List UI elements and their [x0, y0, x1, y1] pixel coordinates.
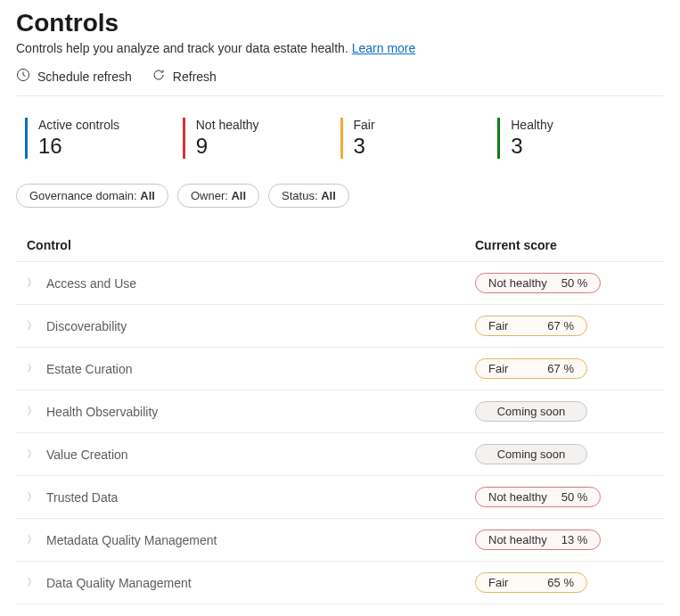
control-name: Health Observability — [46, 405, 158, 419]
row-score-cell: Not healthy13 % — [475, 530, 653, 550]
score-status: Coming soon — [497, 448, 566, 461]
row-score-cell: Not healthy50 % — [475, 487, 653, 507]
chevron-right-icon: 〉 — [27, 575, 37, 590]
score-pill: Fair65 % — [475, 572, 587, 593]
table-row[interactable]: 〉Access and UseNot healthy50 % — [16, 262, 664, 305]
row-score-cell: Coming soon — [475, 444, 653, 464]
score-pill: Coming soon — [475, 444, 587, 464]
score-pill: Fair67 % — [475, 358, 587, 379]
filter-label: Status: — [282, 189, 321, 202]
row-score-cell: Fair65 % — [475, 572, 653, 593]
control-name: Trusted Data — [46, 490, 118, 505]
filter-value: All — [140, 189, 155, 202]
score-percent: 67 % — [547, 362, 574, 375]
row-score-cell: Coming soon — [475, 401, 653, 422]
row-name-cell: 〉Discoverability — [27, 318, 475, 333]
stat-card: Active controls16 — [25, 118, 183, 159]
stat-label: Not healthy — [196, 118, 340, 132]
row-name-cell: 〉Access and Use — [27, 275, 475, 291]
score-pill: Coming soon — [475, 401, 587, 422]
row-name-cell: 〉Estate Curation — [27, 361, 475, 376]
row-score-cell: Fair67 % — [475, 316, 653, 336]
control-name: Value Creation — [46, 448, 128, 462]
score-status: Not healthy — [488, 276, 547, 290]
table-row[interactable]: 〉Trusted DataNot healthy50 % — [16, 476, 664, 519]
score-pill: Not healthy13 % — [475, 530, 601, 550]
filter-value: All — [321, 189, 336, 202]
table-row[interactable]: 〉Health ObservabilityComing soon — [16, 390, 664, 433]
score-pill: Not healthy50 % — [475, 487, 601, 507]
chevron-right-icon: 〉 — [27, 361, 37, 376]
score-status: Not healthy — [488, 490, 547, 504]
control-name: Data Quality Management — [46, 576, 192, 590]
score-percent: 50 % — [561, 490, 588, 504]
score-percent: 50 % — [561, 276, 588, 290]
col-score-header: Current score — [475, 238, 653, 252]
learn-more-link[interactable]: Learn more — [352, 41, 416, 55]
row-score-cell: Fair67 % — [475, 358, 653, 379]
score-status: Fair — [488, 576, 508, 589]
row-score-cell: Not healthy50 % — [475, 273, 653, 293]
control-name: Metadata Quality Management — [46, 533, 217, 547]
stat-value: 3 — [511, 134, 655, 159]
row-name-cell: 〉Value Creation — [27, 447, 475, 462]
stat-label: Healthy — [511, 118, 655, 132]
row-name-cell: 〉Data Quality Management — [27, 575, 475, 590]
refresh-icon — [152, 68, 166, 85]
stat-card: Not healthy9 — [183, 118, 340, 159]
table-row[interactable]: 〉Value CreationComing soon — [16, 433, 664, 476]
table-row[interactable]: 〉Data Quality ManagementFair65 % — [16, 562, 664, 604]
control-name: Access and Use — [46, 276, 136, 291]
stat-card: Healthy3 — [497, 118, 655, 159]
chevron-right-icon: 〉 — [27, 318, 37, 333]
stat-value: 9 — [196, 134, 340, 159]
clock-icon — [16, 68, 30, 85]
score-pill: Not healthy50 % — [475, 273, 601, 293]
chevron-right-icon: 〉 — [27, 275, 37, 291]
row-name-cell: 〉Metadata Quality Management — [27, 532, 475, 547]
score-status: Fair — [488, 362, 508, 375]
stat-value: 3 — [354, 134, 498, 159]
stat-label: Active controls — [38, 118, 183, 132]
filter-label: Governance domain: — [29, 189, 140, 202]
stats-row: Active controls16Not healthy9Fair3Health… — [16, 96, 664, 184]
table-row[interactable]: 〉DiscoverabilityFair67 % — [16, 305, 664, 348]
filter-pill[interactable]: Governance domain: All — [16, 184, 168, 208]
table-row[interactable]: 〉Metadata Quality ManagementNot healthy1… — [16, 519, 664, 562]
schedule-refresh-label: Schedule refresh — [37, 70, 132, 84]
table-header: Control Current score — [16, 229, 664, 262]
filter-pill[interactable]: Status: All — [268, 184, 349, 208]
filter-label: Owner: — [191, 189, 232, 202]
table-row[interactable]: 〉Estate CurationFair67 % — [16, 348, 664, 390]
score-status: Not healthy — [488, 533, 547, 546]
col-control-header: Control — [27, 238, 475, 252]
score-percent: 13 % — [561, 533, 588, 546]
schedule-refresh-button[interactable]: Schedule refresh — [16, 68, 132, 85]
stat-label: Fair — [354, 118, 498, 132]
refresh-button[interactable]: Refresh — [152, 68, 217, 85]
filter-pill[interactable]: Owner: All — [177, 184, 259, 208]
refresh-label: Refresh — [173, 70, 217, 84]
chevron-right-icon: 〉 — [27, 532, 37, 547]
stat-card: Fair3 — [340, 118, 498, 159]
filter-value: All — [231, 189, 246, 202]
toolbar: Schedule refresh Refresh — [16, 68, 664, 96]
row-name-cell: 〉Trusted Data — [27, 489, 475, 505]
score-status: Coming soon — [497, 405, 566, 418]
score-pill: Fair67 % — [475, 316, 587, 336]
control-name: Estate Curation — [46, 362, 133, 376]
stat-value: 16 — [38, 134, 183, 159]
page-title: Controls — [16, 9, 664, 37]
page-subtitle: Controls help you analyze and track your… — [16, 41, 664, 55]
score-status: Fair — [488, 319, 508, 333]
subtitle-text: Controls help you analyze and track your… — [16, 41, 352, 55]
score-percent: 67 % — [547, 319, 574, 333]
filters-row: Governance domain: AllOwner: AllStatus: … — [16, 184, 664, 229]
control-name: Discoverability — [46, 319, 127, 333]
chevron-right-icon: 〉 — [27, 489, 37, 505]
row-name-cell: 〉Health Observability — [27, 404, 475, 419]
score-percent: 65 % — [547, 576, 574, 589]
chevron-right-icon: 〉 — [27, 404, 37, 419]
chevron-right-icon: 〉 — [27, 447, 37, 462]
table-body: 〉Access and UseNot healthy50 %〉Discovera… — [16, 262, 664, 604]
